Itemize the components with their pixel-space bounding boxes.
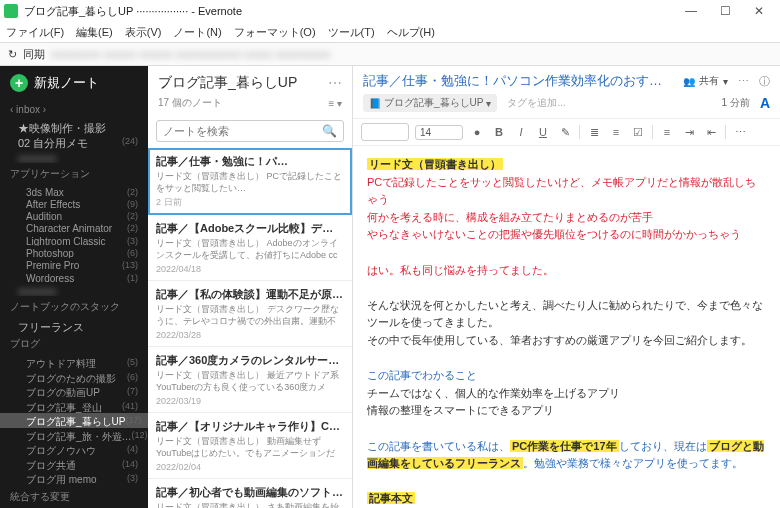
sidebar-item-3dsmax[interactable]: 3ds Max(2) xyxy=(0,185,148,197)
lead-heading: リード文（冒頭書き出し） xyxy=(367,158,503,170)
new-note-label: 新規ノート xyxy=(34,74,99,92)
sort-icon[interactable]: ≡ ▾ xyxy=(328,98,342,109)
bold-button[interactable]: B xyxy=(491,126,507,138)
menu-file[interactable]: ファイル(F) xyxy=(6,25,64,40)
window-maximize[interactable]: ☐ xyxy=(708,4,742,18)
sidebar-item-lrc[interactable]: Lightroom Classic(3) xyxy=(0,234,148,246)
outdent-button[interactable]: ⇤ xyxy=(703,126,719,139)
underline-button[interactable]: U xyxy=(535,126,551,138)
italic-button[interactable]: I xyxy=(513,126,529,138)
sidebar-stack-header[interactable]: ノートブックのスタック xyxy=(0,296,148,318)
more-icon[interactable]: ⋯ xyxy=(738,75,749,88)
body-heading: 記事本文 xyxy=(367,492,415,504)
sidebar-item-outdoor[interactable]: アウトドア料理(5) xyxy=(0,355,148,370)
updated-time: 1 分前 xyxy=(722,96,750,110)
sidebar-item-cha[interactable]: Character Animator(2) xyxy=(0,221,148,233)
titlebar: ブログ記事_暮らしUP ················· - Evernote… xyxy=(0,0,780,22)
sidebar-item-blogvideo[interactable]: ブログの動画UP(7) xyxy=(0,384,148,399)
note-item-snippet: リード文（冒頭書き出し） PCで記録したことをサッと閲覧したい… xyxy=(156,171,344,194)
font-family-select[interactable] xyxy=(361,123,409,141)
tag-input[interactable]: タグを追加... xyxy=(507,96,565,110)
sidebar-item-pr[interactable]: Premire Pro(13) xyxy=(0,258,148,270)
sidebar-item-blogcommon[interactable]: ブログ共通(14) xyxy=(0,457,148,472)
editor: 記事／仕事・勉強に！パソコン作業効率化のおすすめアプリ4選【ス 👥 共有 ▾ ⋯… xyxy=(353,66,780,508)
sidebar-item-blogkurashi[interactable]: ブログ記事_暮らしUP(17) xyxy=(0,413,148,428)
sync-status-blur: xxxxxxxxx xxxxxx xxxxxx xxxxxxxxxxxx xxx… xyxy=(51,48,772,60)
notelist-search-input[interactable] xyxy=(163,125,322,137)
note-body[interactable]: リード文（冒頭書き出し） PCで記録したことをサッと閲覧したいけど、メモ帳アプリ… xyxy=(353,146,780,508)
sidebar-inbox-header[interactable]: ‹ inbox › xyxy=(0,100,148,119)
sidebar-item-blogknowhow[interactable]: ブログノウハウ(4) xyxy=(0,442,148,457)
sidebar-item-blogmtn[interactable]: ブログ記事_登山(41) xyxy=(0,399,148,414)
sidebar-item-video[interactable]: ★映像制作・撮影 xyxy=(0,119,148,134)
sidebar-apps-header[interactable]: アプリケーション xyxy=(0,163,148,185)
sidebar: + 新規ノート ‹ inbox › ★映像制作・撮影 02 自分用メモ(24) … xyxy=(0,66,148,508)
menu-note[interactable]: ノート(N) xyxy=(173,25,221,40)
new-note-button[interactable]: + 新規ノート xyxy=(0,66,148,100)
sidebar-item-ps[interactable]: Photoshop(6) xyxy=(0,246,148,258)
note-item[interactable]: 記事／【オリジナルキャラ作り】Character … リード文（冒頭書き出し） … xyxy=(148,413,352,479)
font-color-indicator[interactable]: A xyxy=(760,95,770,111)
sidebar-item-blogphoto[interactable]: ブログのための撮影(6) xyxy=(0,370,148,385)
share-button[interactable]: 👥 共有 ▾ xyxy=(683,74,728,88)
note-item[interactable]: 記事／初心者でも動画編集のソフトはAd… リード文（冒頭書き出し） さあ動画編集… xyxy=(148,479,352,508)
notelist-search[interactable]: 🔍 xyxy=(156,120,344,142)
note-item-title: 記事／仕事・勉強に！パ… xyxy=(156,154,344,169)
sidebar-item-freelance[interactable]: フリーランス xyxy=(0,318,148,333)
sync-label[interactable]: 同期 xyxy=(23,47,45,62)
color-picker[interactable]: ● xyxy=(469,126,485,138)
notelist-menu-icon[interactable]: ⋯ xyxy=(328,75,342,91)
syncbar: ↻ 同期 xxxxxxxxx xxxxxx xxxxxx xxxxxxxxxxx… xyxy=(0,42,780,66)
bullet-list-button[interactable]: ≣ xyxy=(586,126,602,139)
sidebar-item-blogmemo[interactable]: ブログ用 memo(3) xyxy=(0,471,148,486)
indent-button[interactable]: ⇥ xyxy=(681,126,697,139)
sidebar-item-memo[interactable]: 02 自分用メモ(24) xyxy=(0,134,148,149)
notebook-chip[interactable]: 📘 ブログ記事_暮らしUP ▾ xyxy=(363,94,497,112)
sidebar-item-wp[interactable]: Wordoress(1) xyxy=(0,271,148,283)
note-item[interactable]: 記事／【Adobeスクール比較】デジハリと… リード文（冒頭書き出し） Adob… xyxy=(148,215,352,281)
font-size-select[interactable]: 14 xyxy=(415,125,463,140)
note-title[interactable]: 記事／仕事・勉強に！パソコン作業効率化のおすすめアプリ4選【ス xyxy=(363,72,673,90)
note-list: ブログ記事_暮らしUP ⋯ 17 個のノート ≡ ▾ 🔍 記事／仕事・勉強に！パ… xyxy=(148,66,353,508)
menu-edit[interactable]: 編集(E) xyxy=(76,25,113,40)
sync-icon[interactable]: ↻ xyxy=(8,48,17,61)
plus-icon: + xyxy=(10,74,28,92)
note-item[interactable]: 記事／【私の体験談】運動不足が原因?!… リード文（冒頭書き出し） デスクワーク… xyxy=(148,281,352,347)
window-minimize[interactable]: — xyxy=(674,4,708,18)
window-close[interactable]: ✕ xyxy=(742,4,776,18)
info-icon[interactable]: ⓘ xyxy=(759,74,770,89)
sidebar-item-ae[interactable]: After Effects(9) xyxy=(0,197,148,209)
sidebar-item-blur2[interactable]: xxxxxxx xyxy=(0,283,148,296)
menu-format[interactable]: フォーマット(O) xyxy=(234,25,316,40)
checkbox-button[interactable]: ☑ xyxy=(630,126,646,139)
align-button[interactable]: ≡ xyxy=(659,126,675,138)
number-list-button[interactable]: ≡ xyxy=(608,126,624,138)
sidebar-blog-header[interactable]: ブログ xyxy=(0,333,148,355)
sidebar-item-audition[interactable]: Audition(2) xyxy=(0,209,148,221)
search-icon: 🔍 xyxy=(322,124,337,138)
more-format-button[interactable]: ⋯ xyxy=(732,126,748,139)
notelist-title: ブログ記事_暮らしUP xyxy=(158,74,297,92)
menubar: ファイル(F) 編集(E) 表示(V) ノート(N) フォーマット(O) ツール… xyxy=(0,22,780,42)
sidebar-item-blogtravel[interactable]: ブログ記事_旅・外遊…(12) xyxy=(0,428,148,443)
window-title: ブログ記事_暮らしUP ················· - Evernote xyxy=(24,4,674,19)
notelist-count: 17 個のノート xyxy=(158,96,222,110)
menu-tools[interactable]: ツール(T) xyxy=(328,25,375,40)
menu-view[interactable]: 表示(V) xyxy=(125,25,162,40)
sidebar-merge-header[interactable]: 統合する変更 xyxy=(0,486,148,508)
app-icon xyxy=(4,4,18,18)
menu-help[interactable]: ヘルプ(H) xyxy=(387,25,435,40)
note-item-date: 2 日前 xyxy=(156,196,344,209)
note-item[interactable]: 記事／360度カメラのレンタルサービス比… リード文（冒頭書き出し） 最近アウト… xyxy=(148,347,352,413)
sidebar-item-blur[interactable]: xxxxxxx xyxy=(0,150,148,163)
note-item[interactable]: 記事／仕事・勉強に！パ… リード文（冒頭書き出し） PCで記録したことをサッと閲… xyxy=(148,148,352,215)
highlight-button[interactable]: ✎ xyxy=(557,126,573,139)
format-toolbar: 14 ● B I U ✎ ≣ ≡ ☑ ≡ ⇥ ⇤ ⋯ xyxy=(353,118,780,146)
